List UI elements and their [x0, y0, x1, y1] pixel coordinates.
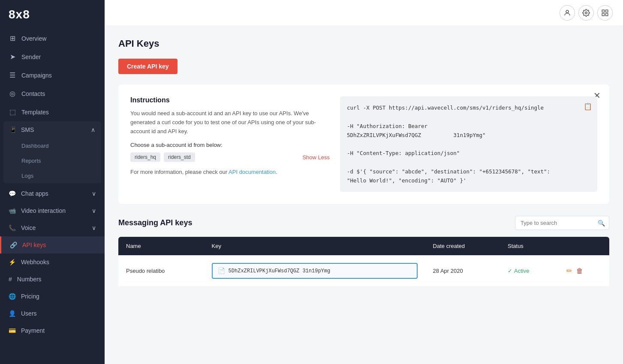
code-content: curl -X POST https://api.wavecell.com/sm… [347, 103, 590, 185]
page-title: API Keys [118, 38, 609, 49]
sidebar-item-users[interactable]: 👤 Users [0, 305, 105, 322]
col-date-created: Date created [425, 237, 500, 255]
contacts-icon: ◎ [9, 90, 16, 98]
sidebar-item-label: Overview [21, 35, 46, 42]
cell-key: 📄 5DhZxZRILVPKjXuFWsd7QGZ 31n19pYmg [204, 255, 425, 287]
sidebar-item-webhooks[interactable]: ⚡ Webhooks [0, 254, 105, 271]
col-actions [559, 237, 610, 255]
col-name: Name [118, 237, 204, 255]
sidebar-item-label: Pricing [21, 293, 39, 300]
col-key: Key [204, 237, 425, 255]
code-block: 📋 curl -X POST https://api.wavecell.com/… [340, 96, 597, 192]
messaging-section-title: Messaging API keys [118, 218, 192, 227]
cell-status: ✓ Active [500, 255, 558, 287]
settings-button[interactable] [578, 5, 594, 21]
action-icons: ✏ 🗑 [566, 267, 602, 275]
table-header-row: Name Key Date created Status [118, 237, 609, 255]
sidebar-item-label: Payment [21, 327, 45, 334]
instructions-title: Instructions [130, 96, 330, 104]
sidebar-item-payment[interactable]: 💳 Payment [0, 322, 105, 339]
payment-icon: 💳 [9, 327, 16, 334]
header [105, 0, 623, 26]
chat-apps-icon: 💬 [9, 190, 16, 197]
api-keys-table: Name Key Date created Status Pseudo rela… [118, 237, 609, 287]
sidebar-item-chat-apps[interactable]: 💬 Chat apps ∨ [0, 185, 105, 202]
table-row: Pseudo relatibo 📄 5DhZxZRILVPKjXuFWsd7QG… [118, 255, 609, 287]
messaging-section-header: Messaging API keys 🔍 [118, 216, 609, 230]
sidebar-sub-item-reports[interactable]: Reports [3, 153, 101, 168]
main-content: API Keys Create API key ✕ Instructions Y… [105, 0, 623, 364]
campaigns-icon: ☰ [9, 71, 16, 79]
tag-group: riders_hq riders_std Show Less [130, 152, 330, 162]
chevron-down-icon: ∨ [92, 207, 96, 214]
svg-rect-3 [606, 10, 608, 12]
sidebar-item-overview[interactable]: ⊞ Overview [0, 29, 105, 48]
chevron-down-icon: ∨ [92, 224, 96, 231]
users-icon: 👤 [9, 310, 16, 317]
search-wrapper: 🔍 [515, 216, 609, 230]
sidebar-item-templates[interactable]: ⬚ Templates [0, 103, 105, 121]
instructions-card: ✕ Instructions You would need a sub-acco… [118, 84, 609, 204]
sidebar-item-label: Numbers [17, 276, 42, 283]
instructions-left: Instructions You would need a sub-accoun… [130, 96, 330, 192]
svg-rect-4 [602, 14, 604, 16]
sidebar-item-api-keys[interactable]: 🔗 API keys [0, 236, 105, 254]
delete-button[interactable]: 🗑 [576, 267, 583, 275]
app-menu-button[interactable] [597, 5, 613, 21]
sender-icon: ➤ [9, 53, 16, 61]
cell-date: 28 Apr 2020 [425, 255, 500, 287]
key-icon: 📄 [218, 267, 225, 274]
webhooks-icon: ⚡ [9, 259, 16, 266]
sidebar-item-sender[interactable]: ➤ Sender [0, 48, 105, 66]
edit-button[interactable]: ✏ [566, 267, 572, 275]
sidebar-item-label: API keys [22, 242, 46, 248]
api-keys-icon: 🔗 [10, 242, 17, 248]
instructions-description: You would need a sub-account id and an A… [130, 109, 330, 136]
svg-rect-2 [602, 10, 604, 12]
sidebar-item-label: Contacts [21, 90, 45, 97]
sidebar-item-label: Sender [21, 54, 41, 60]
sidebar-item-voice[interactable]: 📞 Voice ∨ [0, 219, 105, 236]
user-profile-button[interactable] [560, 5, 575, 21]
tag-riders-hq[interactable]: riders_hq [130, 152, 160, 162]
sidebar: 8x8 ⊞ Overview ➤ Sender ☰ Campaigns ◎ Co… [0, 0, 105, 364]
pricing-icon: 🌐 [9, 293, 16, 300]
sidebar-item-label: Chat apps [21, 190, 48, 197]
api-doc-link[interactable]: API documentation [229, 169, 276, 175]
key-value: 5DhZxZRILVPKjXuFWsd7QGZ 31n19pYmg [229, 268, 331, 274]
app-logo: 8x8 [0, 0, 105, 29]
sidebar-item-label: Webhooks [21, 259, 49, 266]
page-content: API Keys Create API key ✕ Instructions Y… [105, 26, 623, 364]
search-input[interactable] [515, 216, 609, 230]
sms-section: 📱 SMS ∧ Dashboard Reports Logs [3, 121, 101, 183]
show-less-button[interactable]: Show Less [302, 154, 330, 161]
numbers-icon: # [9, 276, 12, 283]
sidebar-item-label: Voice [21, 224, 36, 231]
sidebar-item-numbers[interactable]: # Numbers [0, 271, 105, 288]
cell-actions: ✏ 🗑 [559, 255, 610, 287]
sidebar-item-pricing[interactable]: 🌐 Pricing [0, 288, 105, 305]
check-icon: ✓ [508, 268, 512, 274]
create-api-key-button[interactable]: Create API key [118, 59, 178, 74]
sidebar-item-contacts[interactable]: ◎ Contacts [0, 84, 105, 103]
sidebar-item-video-interaction[interactable]: 📹 Video interaction ∨ [0, 202, 105, 219]
copy-icon[interactable]: 📋 [584, 101, 592, 113]
sidebar-item-label: Campaigns [21, 72, 52, 79]
sidebar-item-campaigns[interactable]: ☰ Campaigns [0, 66, 105, 84]
sidebar-item-label: Video interaction [21, 207, 66, 214]
tag-riders-std[interactable]: riders_std [164, 152, 195, 162]
sms-label: SMS [21, 126, 34, 133]
sms-section-header[interactable]: 📱 SMS ∧ [3, 121, 101, 138]
col-status: Status [500, 237, 558, 255]
status-badge: ✓ Active [508, 268, 551, 274]
svg-rect-5 [606, 14, 608, 16]
templates-icon: ⬚ [9, 108, 16, 116]
api-doc-text: For more information, please check our A… [130, 168, 330, 177]
choose-label: Choose a sub-account id from below: [130, 142, 330, 148]
sidebar-sub-item-logs[interactable]: Logs [3, 168, 101, 183]
chevron-up-icon: ∧ [91, 126, 95, 133]
svg-point-1 [585, 12, 587, 14]
sms-icon: 📱 [9, 126, 17, 133]
sidebar-sub-item-dashboard[interactable]: Dashboard [3, 138, 101, 153]
sidebar-item-label: Users [21, 310, 37, 317]
